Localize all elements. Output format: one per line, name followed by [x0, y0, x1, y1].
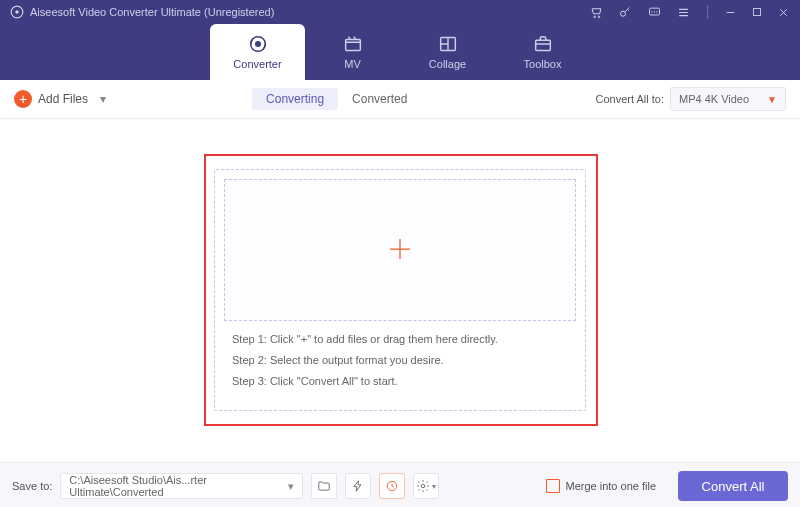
convert-all-button[interactable]: Convert All	[678, 471, 788, 501]
add-files-button[interactable]: + Add Files ▾	[14, 90, 106, 108]
sub-toolbar: + Add Files ▾ Converting Converted Conve…	[0, 80, 800, 119]
window-title: Aiseesoft Video Converter Ultimate (Unre…	[30, 6, 274, 18]
svg-point-13	[422, 484, 426, 488]
tab-label: Toolbox	[524, 58, 562, 70]
tab-collage[interactable]: Collage	[400, 24, 495, 80]
minimize-icon[interactable]	[724, 6, 737, 19]
svg-rect-6	[754, 9, 761, 16]
settings-button[interactable]: ▾	[413, 473, 439, 499]
toolbox-icon	[532, 34, 554, 54]
cart-icon[interactable]	[589, 5, 604, 20]
add-plus-icon	[385, 234, 415, 267]
footer-bar: Save to: C:\Aiseesoft Studio\Ais...rter …	[0, 462, 800, 507]
save-to-label: Save to:	[12, 480, 52, 492]
chat-icon[interactable]	[647, 5, 662, 20]
mv-icon	[342, 34, 364, 54]
dropzone[interactable]	[224, 179, 576, 321]
segment-converted[interactable]: Converted	[338, 88, 421, 110]
chevron-down-icon: ▾	[288, 480, 294, 493]
output-format-dropdown[interactable]: MP4 4K Video ▼	[670, 87, 786, 111]
separator	[707, 5, 708, 19]
open-folder-button[interactable]	[311, 473, 337, 499]
maximize-icon[interactable]	[751, 6, 763, 18]
high-speed-button[interactable]	[379, 473, 405, 499]
step-1: Step 1: Click "+" to add files or drag t…	[232, 329, 572, 350]
output-format-value: MP4 4K Video	[679, 93, 749, 105]
tab-mv[interactable]: MV	[305, 24, 400, 80]
step-2: Step 2: Select the output format you des…	[232, 350, 572, 371]
svg-rect-11	[535, 40, 550, 50]
step-3: Step 3: Click "Convert All" to start.	[232, 371, 572, 392]
segment-converting[interactable]: Converting	[252, 88, 338, 110]
collage-icon	[437, 34, 459, 54]
chevron-down-icon: ▼	[767, 94, 777, 105]
save-to-value: C:\Aiseesoft Studio\Ais...rter Ultimate\…	[69, 474, 288, 498]
menu-icon[interactable]	[676, 5, 691, 20]
convert-all-to-label: Convert All to:	[596, 93, 664, 105]
nav-tabs: Converter MV Collage Toolbox	[0, 24, 800, 80]
close-icon[interactable]	[777, 6, 790, 19]
converter-icon	[247, 34, 269, 54]
svg-rect-9	[345, 39, 360, 50]
tab-label: Converter	[233, 58, 281, 70]
tab-label: MV	[344, 58, 361, 70]
svg-point-4	[621, 11, 626, 16]
svg-point-3	[598, 16, 600, 18]
svg-point-2	[594, 16, 596, 18]
app-logo-icon	[10, 5, 24, 19]
save-to-dropdown[interactable]: C:\Aiseesoft Studio\Ais...rter Ultimate\…	[60, 473, 303, 499]
chevron-down-icon: ▾	[100, 92, 106, 106]
main-area: Step 1: Click "+" to add files or drag t…	[0, 119, 800, 462]
merge-checkbox[interactable]: Merge into one file	[546, 479, 657, 493]
checkbox-icon	[546, 479, 560, 493]
tab-toolbox[interactable]: Toolbox	[495, 24, 590, 80]
tab-label: Collage	[429, 58, 466, 70]
key-icon[interactable]	[618, 5, 633, 20]
add-files-label: Add Files	[38, 92, 88, 106]
titlebar: Aiseesoft Video Converter Ultimate (Unre…	[0, 0, 800, 24]
instructions: Step 1: Click "+" to add files or drag t…	[232, 329, 572, 392]
svg-point-1	[15, 10, 19, 14]
plus-icon: +	[14, 90, 32, 108]
tab-converter[interactable]: Converter	[210, 24, 305, 80]
hardware-accel-button[interactable]	[345, 473, 371, 499]
status-segment: Converting Converted	[252, 88, 421, 110]
svg-point-8	[255, 42, 260, 47]
chevron-down-icon: ▾	[432, 482, 436, 491]
merge-label: Merge into one file	[566, 480, 657, 492]
